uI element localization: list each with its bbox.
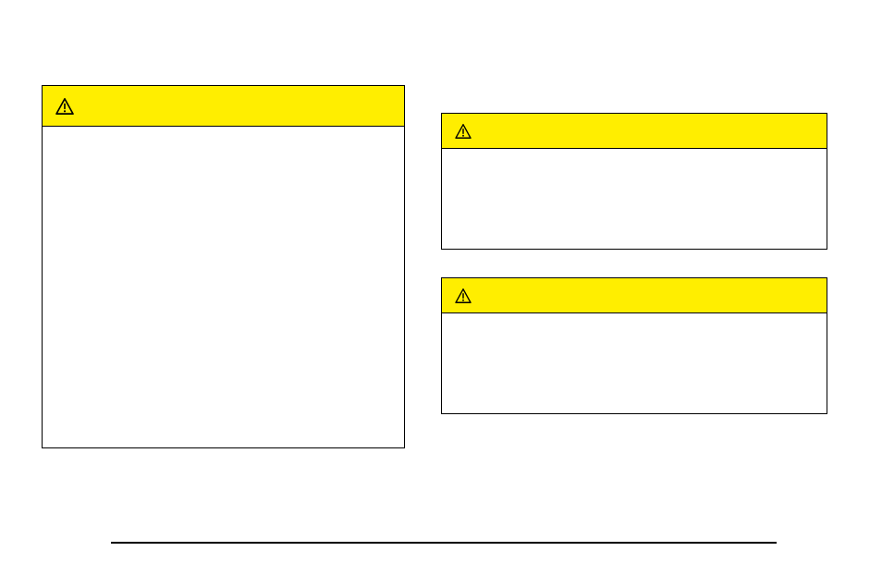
warning-panel-right-top [441,113,827,250]
warning-panel-right-bottom [441,277,827,414]
warning-icon [455,288,472,303]
warning-icon [55,98,74,115]
footer-divider [111,542,777,544]
warning-panel-right-bottom-header [442,278,827,313]
warning-panel-left-header [43,86,404,127]
warning-panel-right-top-header [442,114,827,149]
svg-point-1 [64,110,66,112]
warning-icon [455,124,472,139]
warning-panel-left [42,85,405,448]
svg-point-3 [462,134,464,136]
svg-point-5 [462,299,464,300]
